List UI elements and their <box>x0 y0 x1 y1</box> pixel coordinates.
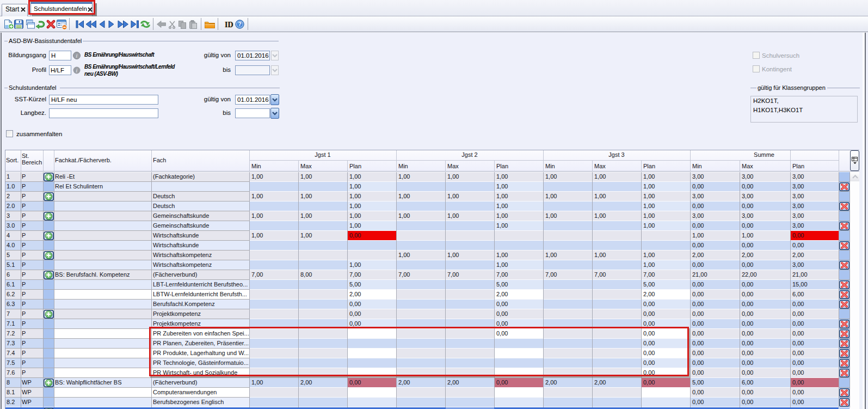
svg-text:i: i <box>76 53 78 59</box>
svg-text:i: i <box>76 68 78 74</box>
svg-text:?: ? <box>238 21 241 27</box>
